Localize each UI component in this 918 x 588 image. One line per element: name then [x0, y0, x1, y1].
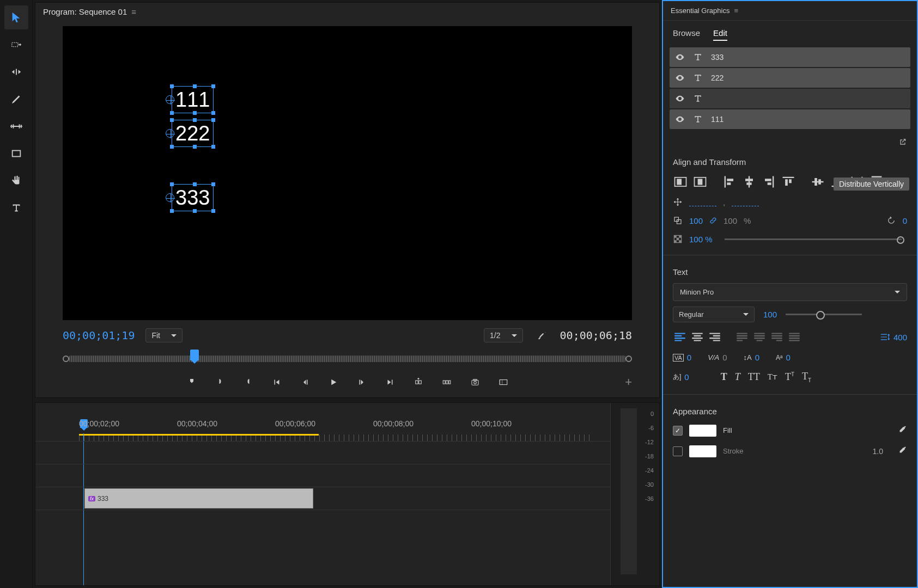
- program-viewer[interactable]: 111 222 333: [63, 26, 632, 320]
- program-scrubber[interactable]: [63, 351, 632, 367]
- time-ruler[interactable]: 00;00;02;00 00;00;04;00 00;00;06;00 00;0…: [35, 419, 610, 441]
- go-to-out-button[interactable]: [382, 375, 398, 390]
- align-to-frame-icon[interactable]: [673, 174, 688, 189]
- visibility-icon[interactable]: [675, 73, 685, 83]
- faux-bold-button[interactable]: T: [721, 371, 727, 383]
- step-back-button[interactable]: [297, 375, 313, 390]
- tab-browse[interactable]: Browse: [673, 28, 700, 41]
- svg-rect-5: [446, 381, 448, 384]
- video-track-1[interactable]: fx 333: [35, 487, 610, 510]
- font-size-value[interactable]: 100: [763, 310, 777, 319]
- eyedropper-icon[interactable]: [897, 445, 907, 457]
- align-left-text-icon[interactable]: [673, 330, 687, 344]
- audio-track-1[interactable]: [35, 510, 610, 532]
- panel-menu-icon[interactable]: ≡: [734, 7, 738, 15]
- step-forward-button[interactable]: [354, 375, 369, 390]
- faux-italic-button[interactable]: T: [735, 371, 740, 383]
- hand-tool[interactable]: [4, 169, 28, 193]
- wrench-icon[interactable]: [534, 328, 549, 343]
- align-left-icon[interactable]: [722, 174, 737, 189]
- work-area-bar[interactable]: [79, 434, 319, 436]
- text-layer-222[interactable]: 222: [172, 120, 214, 147]
- justify-last-left-icon[interactable]: [735, 330, 749, 344]
- export-frame-button[interactable]: [467, 375, 483, 390]
- eyedropper-icon[interactable]: [897, 425, 907, 436]
- position-y-input[interactable]: [732, 198, 759, 206]
- font-size-slider[interactable]: [786, 314, 862, 315]
- mark-in-button[interactable]: [184, 375, 199, 390]
- stroke-label: Stroke: [723, 447, 744, 455]
- out-point-button[interactable]: [241, 375, 256, 390]
- current-timecode[interactable]: 00;00;01;19: [63, 329, 135, 342]
- type-tool[interactable]: [4, 196, 28, 220]
- tracking-icon: VA: [673, 354, 684, 362]
- opacity-value[interactable]: 100 %: [689, 235, 713, 244]
- align-right-text-icon[interactable]: [708, 330, 722, 344]
- panel-menu-icon[interactable]: ≡: [131, 7, 136, 16]
- layer-row-empty[interactable]: [670, 89, 910, 108]
- track-select-tool[interactable]: [4, 33, 28, 57]
- layer-row-222[interactable]: 222: [670, 68, 910, 88]
- lift-button[interactable]: [411, 375, 426, 390]
- text-layer-111[interactable]: 111: [172, 86, 214, 113]
- all-caps-button[interactable]: TT: [748, 371, 760, 383]
- align-top-icon[interactable]: [781, 174, 796, 189]
- font-weight-select[interactable]: Regular: [673, 307, 755, 322]
- layer-row-333[interactable]: 333: [670, 47, 910, 67]
- go-to-in-button[interactable]: [269, 375, 284, 390]
- leading-value[interactable]: 400: [893, 333, 907, 342]
- opacity-slider[interactable]: [725, 238, 902, 240]
- rotation-value[interactable]: 0: [903, 216, 907, 225]
- visibility-icon[interactable]: [675, 94, 685, 103]
- justify-last-right-icon[interactable]: [770, 330, 784, 344]
- justify-all-icon[interactable]: [787, 330, 801, 344]
- zoom-dropdown[interactable]: Fit: [145, 328, 183, 342]
- stroke-color-swatch[interactable]: [689, 445, 716, 457]
- resolution-dropdown[interactable]: 1/2: [484, 328, 522, 342]
- fill-color-swatch[interactable]: [689, 425, 716, 437]
- svg-rect-1: [12, 151, 20, 157]
- stroke-width-value[interactable]: 1.0: [873, 447, 883, 456]
- chevron-down-icon: [171, 334, 177, 337]
- pin-icon[interactable]: [663, 132, 917, 152]
- video-track-3[interactable]: [35, 441, 610, 464]
- extract-button[interactable]: [439, 375, 454, 390]
- visibility-icon[interactable]: [675, 114, 685, 124]
- clip-333[interactable]: fx 333: [84, 488, 313, 509]
- align-right-icon[interactable]: [761, 174, 776, 189]
- fill-checkbox[interactable]: ✓: [673, 426, 683, 436]
- link-icon[interactable]: [709, 217, 717, 224]
- selection-tool[interactable]: [4, 5, 28, 29]
- stroke-checkbox[interactable]: [673, 446, 683, 456]
- play-button[interactable]: [326, 375, 341, 390]
- slip-tool[interactable]: [4, 114, 28, 138]
- justify-last-center-icon[interactable]: [752, 330, 767, 344]
- align-to-selection-icon[interactable]: [692, 174, 708, 189]
- layer-row-111[interactable]: 111: [670, 109, 910, 129]
- ripple-edit-tool[interactable]: [4, 60, 28, 84]
- svg-rect-11: [500, 380, 502, 385]
- in-point-button[interactable]: [212, 375, 228, 390]
- align-vcenter-icon[interactable]: [810, 174, 825, 189]
- essential-graphics-panel: Essential Graphics ≡ Browse Edit 333 222: [662, 0, 918, 588]
- subscript-button[interactable]: TT: [802, 371, 811, 383]
- text-layer-icon: [692, 93, 703, 104]
- razor-tool[interactable]: [4, 87, 28, 111]
- scale-height[interactable]: 100: [724, 216, 737, 225]
- add-button[interactable]: +: [625, 375, 632, 389]
- comparison-view-button[interactable]: [496, 375, 511, 390]
- scrubber-playhead[interactable]: [190, 350, 199, 360]
- scale-width[interactable]: 100: [689, 216, 703, 225]
- align-center-text-icon[interactable]: [690, 330, 704, 344]
- superscript-button[interactable]: TT: [785, 371, 794, 383]
- visibility-icon[interactable]: [675, 52, 685, 62]
- position-x-input[interactable]: [689, 198, 716, 206]
- video-track-2[interactable]: [35, 464, 610, 487]
- align-hcenter-icon[interactable]: [741, 174, 757, 189]
- rectangle-tool[interactable]: [4, 142, 28, 166]
- tab-edit[interactable]: Edit: [713, 28, 727, 41]
- font-family-select[interactable]: Minion Pro: [673, 283, 907, 301]
- svg-rect-16: [674, 217, 679, 222]
- small-caps-button[interactable]: Tᴛ: [768, 372, 777, 382]
- text-layer-333[interactable]: 333: [172, 184, 214, 211]
